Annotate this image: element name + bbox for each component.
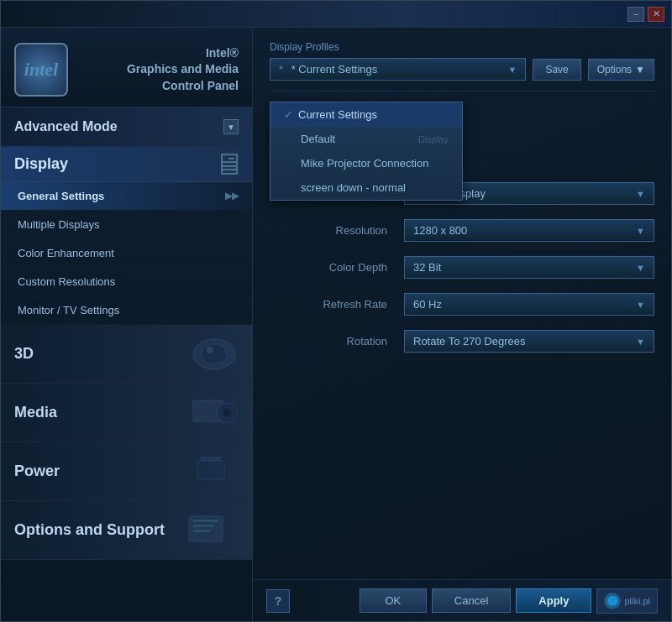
nav-arrow-general: ▶▶: [225, 191, 239, 201]
svg-rect-9: [193, 520, 218, 522]
bottom-bar: ? OK Cancel Apply 🌐 pliki.pl: [253, 579, 671, 621]
power-icon: [168, 442, 252, 500]
display-monitor-icon: 🖥: [213, 147, 244, 182]
sidebar-section-options[interactable]: Options and Support: [1, 501, 252, 560]
refresh-value: 60 Hz: [413, 298, 442, 311]
options-label: Options and Support: [14, 521, 165, 539]
setting-row-rotation: Rotation Rotate To 270 Degrees ▼: [270, 323, 654, 360]
rotation-select[interactable]: Rotate To 270 Degrees ▼: [404, 330, 654, 353]
resolution-select[interactable]: 1280 x 800 ▼: [404, 219, 654, 242]
star-icon: *: [279, 63, 283, 76]
apply-button[interactable]: Apply: [516, 588, 591, 613]
dropdown-item-current[interactable]: ✓ Current Settings: [270, 102, 462, 127]
rotation-label: Rotation: [270, 335, 404, 348]
svg-point-1: [202, 344, 227, 364]
sidebar-item-monitor-tv[interactable]: Monitor / TV Settings: [1, 296, 252, 325]
sidebar-section-3d[interactable]: 3D: [1, 325, 252, 384]
color-depth-label: Color Depth: [270, 261, 404, 274]
media-label: Media: [14, 404, 57, 421]
cancel-button[interactable]: Cancel: [432, 588, 511, 613]
advanced-mode-selector[interactable]: Advanced Mode ▼: [1, 107, 252, 147]
app-title-line3: Control Panel: [80, 78, 239, 95]
pliki-globe-icon: 🌐: [604, 593, 621, 609]
close-button[interactable]: ✕: [648, 7, 664, 22]
display-arrow: ▼: [636, 189, 645, 199]
app-title: Intel® Graphics and Media Control Panel: [80, 45, 239, 95]
rotation-value: Rotate To 270 Degrees: [413, 335, 525, 348]
svg-point-5: [223, 409, 231, 417]
sidebar-item-multiple-displays[interactable]: Multiple Displays: [1, 211, 252, 239]
sidebar: intel Intel® Graphics and Media Control …: [1, 28, 253, 621]
settings-divider: [270, 91, 654, 91]
sidebar-section-media[interactable]: Media: [1, 384, 252, 442]
pliki-text: pliki.pl: [624, 596, 650, 606]
minimize-button[interactable]: −: [627, 7, 644, 22]
setting-row-resolution: Resolution 1280 x 800 ▼: [270, 212, 654, 249]
save-profile-button[interactable]: Save: [533, 59, 580, 81]
title-bar-buttons: − ✕: [627, 7, 664, 22]
checkmark-icon: ✓: [284, 108, 293, 121]
main-content: intel Intel® Graphics and Media Control …: [1, 28, 671, 621]
color-depth-select[interactable]: 32 Bit ▼: [404, 256, 654, 279]
options-icon: [168, 501, 252, 559]
profiles-row: * * Current Settings ▼ Save Options ▼: [270, 58, 654, 81]
refresh-arrow: ▼: [636, 300, 645, 310]
svg-rect-10: [193, 525, 214, 527]
ok-button[interactable]: OK: [360, 588, 427, 613]
app-title-line2: Graphics and Media: [80, 61, 239, 78]
options-btn-arrow: ▼: [635, 64, 645, 76]
refresh-select[interactable]: 60 Hz ▼: [404, 293, 654, 316]
media-icon: [168, 384, 252, 442]
panel-content: Display Profiles * * Current Settings ▼ …: [253, 28, 671, 579]
resolution-value: 1280 x 800: [413, 224, 467, 237]
profiles-current-value: * * Current Settings: [279, 63, 377, 76]
advanced-mode-label: Advanced Mode: [14, 119, 118, 134]
dropdown-item-default[interactable]: Default Display: [270, 127, 462, 151]
resolution-arrow: ▼: [636, 226, 645, 236]
current-profile-text: * Current Settings: [291, 63, 378, 76]
options-button[interactable]: Options ▼: [588, 59, 654, 81]
advanced-mode-arrow: ▼: [223, 119, 239, 134]
sidebar-item-general-settings[interactable]: General Settings ▶▶: [1, 182, 252, 211]
svg-point-2: [207, 347, 213, 353]
help-button[interactable]: ?: [266, 589, 290, 613]
svg-rect-7: [197, 461, 224, 479]
sidebar-section-display[interactable]: Display 🖥: [1, 147, 252, 182]
3d-icon: [168, 325, 252, 383]
options-btn-label: Options: [597, 64, 632, 76]
right-panel: Display Profiles * * Current Settings ▼ …: [253, 28, 671, 621]
3d-label: 3D: [14, 345, 34, 363]
profiles-dropdown-menu: ✓ Current Settings Default Display Mike …: [270, 102, 463, 201]
power-label: Power: [14, 463, 60, 480]
intel-logo: intel: [14, 43, 68, 97]
rotation-arrow: ▼: [636, 337, 645, 347]
main-window: − ✕ intel Intel® Graphics and Media Cont…: [0, 0, 672, 622]
display-section-label: Display: [14, 155, 68, 173]
color-depth-value: 32 Bit: [413, 261, 441, 274]
app-title-line1: Intel®: [80, 45, 239, 62]
sidebar-section-power[interactable]: Power: [1, 442, 252, 501]
dropdown-item-mike[interactable]: Mike Projector Connection: [270, 151, 462, 175]
dropdown-item-screen[interactable]: screen down - normal: [270, 175, 462, 200]
pliki-badge: 🌐 pliki.pl: [596, 588, 658, 614]
color-depth-arrow: ▼: [636, 263, 645, 273]
profiles-dropdown[interactable]: * * Current Settings ▼: [270, 58, 526, 81]
setting-row-color-depth: Color Depth 32 Bit ▼: [270, 249, 654, 286]
refresh-label: Refresh Rate: [270, 298, 404, 311]
svg-rect-11: [193, 530, 210, 532]
setting-row-refresh: Refresh Rate 60 Hz ▼: [270, 286, 654, 323]
resolution-label: Resolution: [270, 224, 404, 237]
logo-area: intel Intel® Graphics and Media Control …: [1, 28, 252, 107]
profiles-dropdown-arrow: ▼: [508, 65, 517, 75]
profiles-section: Display Profiles * * Current Settings ▼ …: [270, 41, 654, 81]
sidebar-item-color-enhancement[interactable]: Color Enhancement: [1, 239, 252, 268]
sidebar-item-custom-resolutions[interactable]: Custom Resolutions: [1, 268, 252, 296]
profiles-label: Display Profiles: [270, 41, 654, 53]
title-bar: − ✕: [1, 1, 671, 28]
